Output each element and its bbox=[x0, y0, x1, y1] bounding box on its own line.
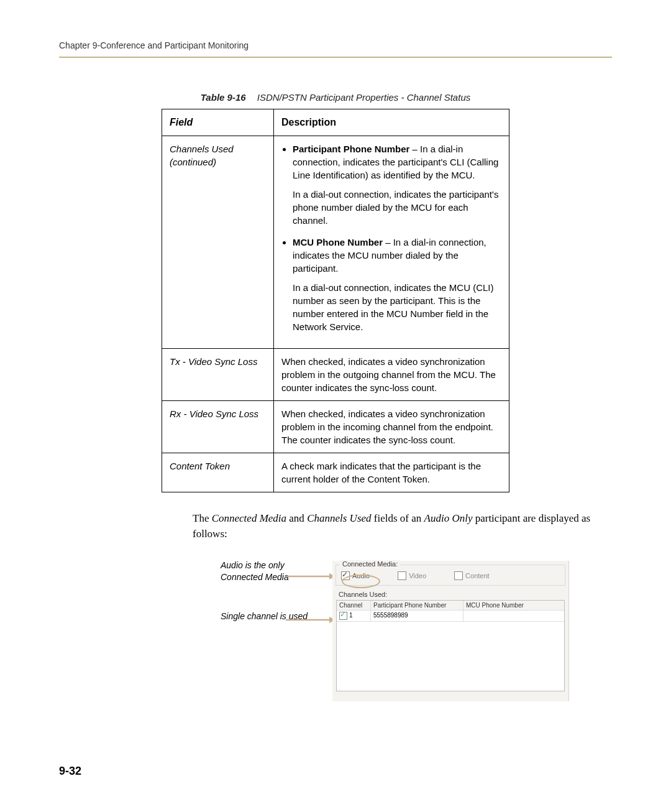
col-header-field: Field bbox=[162, 109, 274, 136]
checkbox-icon bbox=[454, 571, 463, 580]
bullet-item: Participant Phone Number – In a dial-in … bbox=[293, 142, 501, 227]
description-cell: When checked, indicates a video synchron… bbox=[274, 349, 509, 401]
page-content: Chapter 9-Conference and Participant Mon… bbox=[0, 0, 671, 716]
grid-header-participant-phone: Participant Phone Number bbox=[371, 601, 463, 610]
bullet-item: MCU Phone Number – In a dial-in connecti… bbox=[293, 236, 501, 333]
col-header-description: Description bbox=[274, 109, 509, 136]
channels-grid: Channel Participant Phone Number MCU Pho… bbox=[336, 600, 565, 691]
table-caption-text: ISDN/PSTN Participant Properties - Chann… bbox=[257, 92, 470, 103]
channels-used-label: Channels Used: bbox=[339, 591, 565, 598]
checkbox-label: Audio bbox=[352, 572, 370, 579]
bullet-lead: Participant Phone Number bbox=[293, 144, 409, 154]
screenshot-panel: Connected Media: Audio Video Content bbox=[332, 561, 569, 701]
checkbox-video[interactable]: Video bbox=[398, 571, 426, 580]
description-cell: A check mark indicates that the particip… bbox=[274, 453, 509, 492]
description-cell: Participant Phone Number – In a dial-in … bbox=[274, 136, 509, 349]
table-caption-label: Table 9-16 bbox=[201, 92, 246, 103]
checkbox-content[interactable]: Content bbox=[454, 571, 490, 580]
description-cell: When checked, indicates a video synchron… bbox=[274, 401, 509, 453]
followup-em: Channels Used bbox=[307, 512, 371, 524]
connected-media-fieldset: Connected Media: Audio Video Content bbox=[336, 565, 565, 586]
table-caption: Table 9-16 ISDN/PSTN Participant Propert… bbox=[59, 92, 612, 103]
checkbox-icon bbox=[398, 571, 406, 580]
followup-text: fields of an bbox=[372, 512, 424, 524]
table-header-row: Field Description bbox=[162, 109, 509, 136]
page-number: 9-32 bbox=[59, 765, 81, 778]
diagram-area: Audio is the only Connected Media Single… bbox=[221, 561, 612, 716]
followup-text: and bbox=[286, 512, 307, 524]
annotation-single-channel: Single channel is used bbox=[221, 611, 320, 622]
grid-header-mcu-phone: MCU Phone Number bbox=[463, 601, 564, 610]
table-row: Channels Used (continued) Participant Ph… bbox=[162, 136, 509, 349]
properties-table: Field Description Channels Used (continu… bbox=[162, 109, 509, 492]
grid-cell-mcu-phone bbox=[463, 611, 564, 621]
grid-cell-participant-phone: 5555898989 bbox=[371, 611, 463, 621]
bullet-para2: In a dial-out connection, indicates the … bbox=[293, 188, 501, 227]
followup-paragraph: The Connected Media and Channels Used fi… bbox=[193, 511, 612, 542]
field-cell: Tx - Video Sync Loss bbox=[162, 349, 274, 401]
checkbox-label: Content bbox=[465, 572, 490, 579]
field-cell: Channels Used (continued) bbox=[162, 136, 274, 349]
header-rule bbox=[59, 57, 612, 58]
grid-header-row: Channel Participant Phone Number MCU Pho… bbox=[337, 601, 564, 611]
check-icon bbox=[339, 612, 347, 620]
table-row: Rx - Video Sync Loss When checked, indic… bbox=[162, 401, 509, 453]
fieldset-legend: Connected Media: bbox=[340, 560, 400, 568]
checkbox-row: Audio Video Content bbox=[341, 571, 560, 580]
field-cell: Content Token bbox=[162, 453, 274, 492]
bullet-para2: In a dial-out connection, indicates the … bbox=[293, 281, 501, 333]
chapter-header: Chapter 9-Conference and Participant Mon… bbox=[59, 40, 612, 50]
checkbox-audio[interactable]: Audio bbox=[341, 571, 370, 580]
bullet-lead: MCU Phone Number bbox=[293, 237, 383, 247]
grid-cell-channel: 1 bbox=[337, 611, 371, 621]
field-cell: Rx - Video Sync Loss bbox=[162, 401, 274, 453]
table-row: Tx - Video Sync Loss When checked, indic… bbox=[162, 349, 509, 401]
checkbox-label: Video bbox=[409, 572, 426, 579]
table-row: Content Token A check mark indicates tha… bbox=[162, 453, 509, 492]
channel-number: 1 bbox=[349, 612, 353, 619]
followup-text: The bbox=[193, 512, 212, 524]
grid-data-row[interactable]: 1 5555898989 bbox=[337, 611, 564, 622]
grid-header-channel: Channel bbox=[337, 601, 371, 610]
annotation-audio-only: Audio is the only Connected Media bbox=[221, 560, 320, 583]
followup-em: Connected Media bbox=[212, 512, 286, 524]
followup-em: Audio Only bbox=[424, 512, 473, 524]
checkbox-icon bbox=[341, 571, 350, 580]
